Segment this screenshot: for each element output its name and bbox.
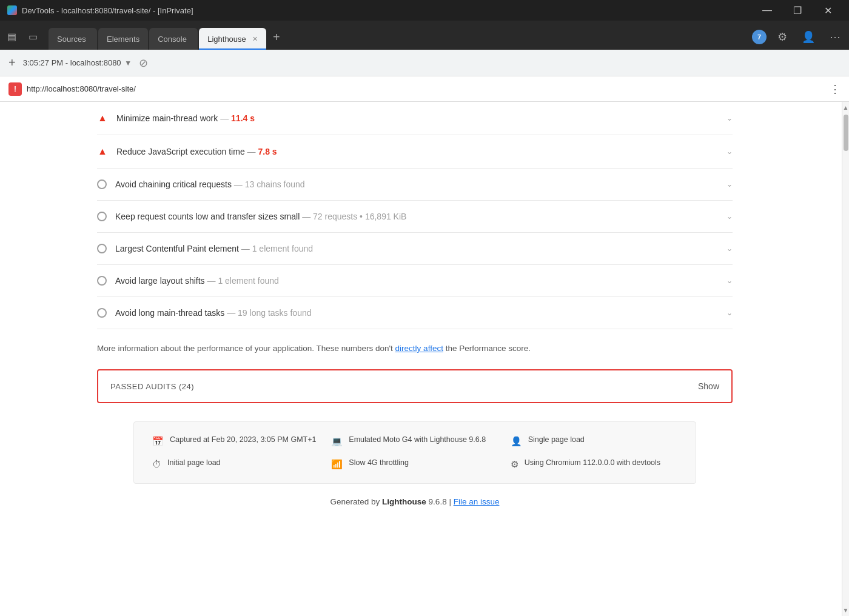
gear-icon-footer: ⚙ [511,458,518,472]
user-icon[interactable]: 👤 [798,29,819,45]
toggle-devtools-button[interactable]: ▤ [5,28,19,45]
tab-bar: ▤ ▭ Sources Elements Console Lighthouse … [0,21,849,50]
scrollbar[interactable]: ▲ ▼ [842,102,849,616]
tab-active-indicator [199,49,266,50]
more-options-icon[interactable]: ⋯ [826,29,844,45]
chevron-down-icon-5[interactable]: ⌄ [727,276,733,285]
address-time: 3:05:27 PM - localhost:8080 ▼ [23,58,132,67]
device-toolbar-button[interactable]: ▭ [26,28,40,45]
audit-item-minimize-main-thread[interactable]: ▲ Minimize main-thread work — 11.4 s ⌄ [97,102,733,135]
stop-icon[interactable]: ⊘ [139,56,148,70]
chevron-down-icon-4[interactable]: ⌄ [727,244,733,253]
wifi-icon: 📶 [331,458,343,472]
warning-icon-minimize: ▲ [97,113,108,124]
chevron-down-icon[interactable]: ⌄ [727,114,733,122]
chevron-down-icon-1[interactable]: ⌄ [727,147,733,156]
audit-label-long-tasks: Avoid long main-thread tasks — 19 long t… [115,308,713,318]
audit-label-reduce-js: Reduce JavaScript execution time — 7.8 s [116,147,713,156]
notification-badge[interactable]: 7 [752,30,767,44]
title-bar: DevTools - localhost:8080/travel-site/ -… [0,0,849,21]
tab-add-button[interactable]: + [267,28,286,46]
browser-icon [7,5,17,15]
tab-sources-label: Sources [57,35,86,44]
devtools-icon: ! [8,82,22,96]
file-issue-link[interactable]: File an issue [454,497,500,506]
audit-label-avoid-chaining: Avoid chaining critical requests — 13 ch… [115,179,713,189]
timer-icon: ⏱ [152,458,161,472]
devtools-url: http://localhost:8080/travel-site/ [27,84,825,93]
address-bar: + 3:05:27 PM - localhost:8080 ▼ ⊘ [0,50,849,76]
footer-emulated-device: 💻 Emulated Moto G4 with Lighthouse 9.6.8 [331,434,498,449]
tab-bar-left: ▤ ▭ [5,28,40,45]
warning-icon-reduce-js: ▲ [97,146,108,157]
title-bar-text: DevTools - localhost:8080/travel-site/ -… [22,6,193,15]
tab-close-icon[interactable]: ✕ [252,35,258,43]
audit-item-long-tasks[interactable]: Avoid long main-thread tasks — 19 long t… [97,297,733,329]
footer-chromium: ⚙ Using Chromium 112.0.0.0 with devtools [511,457,677,472]
scrollbar-thumb[interactable] [844,115,848,151]
lighthouse-bold: Lighthouse [382,497,426,506]
audit-item-layout-shifts[interactable]: Avoid large layout shifts — 1 element fo… [97,265,733,297]
tab-bar-right: 7 ⚙ 👤 ⋯ [752,29,844,45]
neutral-icon-layout-shifts [97,276,107,286]
tab-lighthouse[interactable]: Lighthouse ✕ [199,28,266,50]
neutral-icon-avoid-chaining [97,179,107,189]
new-tab-icon[interactable]: + [8,56,16,70]
audit-label-layout-shifts: Avoid large layout shifts — 1 element fo… [115,276,713,286]
audit-label-lcp: Largest Contentful Paint element — 1 ele… [115,244,713,253]
chevron-down-icon-3[interactable]: ⌄ [727,212,733,221]
audit-item-avoid-chaining[interactable]: Avoid chaining critical requests — 13 ch… [97,169,733,201]
info-text: More information about the performance o… [97,329,733,369]
audit-label-request-counts: Keep request counts low and transfer siz… [115,212,713,221]
devtools-bar: ! http://localhost:8080/travel-site/ ⋮ [0,76,849,102]
title-bar-controls: — ❐ ✕ [753,0,842,21]
neutral-icon-long-tasks [97,308,107,318]
laptop-icon: 💻 [331,435,343,449]
footer-info-box: 📅 Captured at Feb 20, 2023, 3:05 PM GMT+… [133,421,696,484]
restore-button[interactable]: ❐ [784,0,811,21]
chevron-down-icon-2[interactable]: ⌄ [727,180,733,189]
devtools-more-icon[interactable]: ⋮ [830,82,841,96]
calendar-icon: 📅 [152,435,164,449]
footer-throttling: 📶 Slow 4G throttling [331,457,498,472]
tab-sources[interactable]: Sources [49,28,97,50]
content-area: ▲ Minimize main-thread work — 11.4 s ⌄ ▲… [0,102,842,616]
neutral-icon-request-counts [97,212,107,221]
tab-lighthouse-label: Lighthouse [207,35,246,44]
passed-audits-show-button[interactable]: Show [698,381,719,391]
tab-elements-label: Elements [107,35,139,44]
chevron-down-icon-6[interactable]: ⌄ [727,309,733,317]
footer-captured-at: 📅 Captured at Feb 20, 2023, 3:05 PM GMT+… [152,434,319,449]
user-icon-footer: 👤 [511,435,522,449]
tab-console-label: Console [158,35,187,44]
audit-item-request-counts[interactable]: Keep request counts low and transfer siz… [97,201,733,233]
scroll-up-icon[interactable]: ▲ [842,103,849,112]
neutral-icon-lcp [97,244,107,253]
main-content: ▲ Minimize main-thread work — 11.4 s ⌄ ▲… [0,102,849,616]
passed-audits-section[interactable]: PASSED AUDITS (24) Show [97,369,733,403]
title-bar-left: DevTools - localhost:8080/travel-site/ -… [7,5,193,15]
minimize-button[interactable]: — [753,0,781,21]
audit-label-minimize: Minimize main-thread work — 11.4 s [116,113,713,123]
passed-audits-label: PASSED AUDITS (24) [110,382,194,391]
scroll-down-icon[interactable]: ▼ [842,606,849,615]
generated-by: Generated by Lighthouse 9.6.8 | File an … [97,484,733,520]
tab-elements[interactable]: Elements [98,28,148,50]
close-button[interactable]: ✕ [814,0,842,21]
footer-single-page-load: 👤 Single page load [511,434,677,449]
directly-affect-link[interactable]: directly affect [395,344,443,353]
audit-list: ▲ Minimize main-thread work — 11.4 s ⌄ ▲… [97,102,733,329]
footer-initial-page-load: ⏱ Initial page load [152,457,319,472]
audit-item-reduce-js[interactable]: ▲ Reduce JavaScript execution time — 7.8… [97,135,733,169]
tab-console[interactable]: Console [149,28,198,50]
settings-icon[interactable]: ⚙ [774,29,791,45]
address-dropdown-icon[interactable]: ▼ [124,59,132,67]
audit-item-lcp[interactable]: Largest Contentful Paint element — 1 ele… [97,233,733,265]
